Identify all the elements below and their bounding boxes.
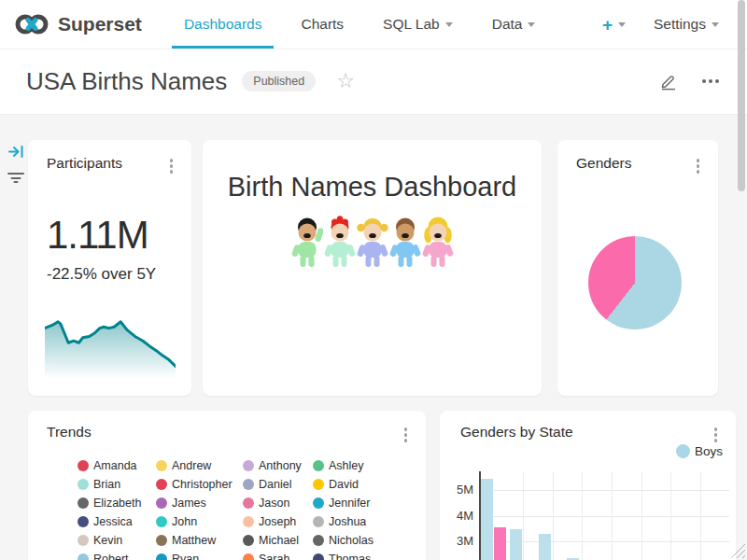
legend-label: Matthew bbox=[172, 534, 216, 547]
kid-figure bbox=[291, 216, 323, 269]
legend-swatch bbox=[78, 553, 89, 560]
page-title: USA Births Names bbox=[26, 67, 227, 96]
plus-icon: + bbox=[602, 16, 613, 34]
legend-item[interactable]: Nicholas bbox=[313, 534, 416, 546]
legend-swatch bbox=[313, 535, 324, 546]
legend-label: Andrew bbox=[172, 459, 211, 472]
chart-card-participants: Participants 1.11M -22.5% over 5Y bbox=[28, 140, 191, 396]
caret-down-icon bbox=[618, 22, 626, 27]
superset-logo-icon[interactable] bbox=[13, 11, 50, 37]
legend-swatch bbox=[78, 460, 89, 471]
legend-label: Thomas bbox=[329, 553, 371, 560]
legend-item[interactable]: Jennifer bbox=[313, 497, 416, 509]
legend-item[interactable]: Jessica bbox=[78, 515, 156, 527]
legend-item[interactable]: John bbox=[156, 515, 243, 527]
kid-figure bbox=[324, 216, 356, 269]
favorite-star-icon[interactable]: ☆ bbox=[336, 71, 355, 91]
legend-swatch bbox=[156, 497, 167, 509]
brand-name[interactable]: Superset bbox=[58, 13, 142, 35]
dashboard-grid: Participants 1.11M -22.5% over 5Y Birth … bbox=[0, 114, 747, 560]
markdown-heading: Birth Names Dashboard bbox=[203, 140, 542, 203]
nav-tab-dashboards[interactable]: Dashboards bbox=[164, 0, 282, 49]
card-menu-icon[interactable] bbox=[693, 155, 704, 177]
legend-item[interactable]: Thomas bbox=[313, 553, 416, 560]
caret-down-icon bbox=[528, 22, 535, 27]
legend-item[interactable]: Ryan bbox=[156, 553, 243, 560]
bar[interactable] bbox=[481, 479, 493, 560]
legend-label: Jessica bbox=[93, 515, 133, 528]
filter-list-icon[interactable] bbox=[7, 170, 24, 189]
legend-swatch bbox=[313, 516, 324, 527]
legend-label: Joseph bbox=[259, 515, 296, 528]
scrollbar-thumb[interactable] bbox=[738, 0, 745, 191]
chart-title: Participants bbox=[47, 155, 122, 172]
legend-item[interactable]: Brian bbox=[78, 478, 156, 490]
legend-item[interactable]: David bbox=[313, 478, 416, 490]
kid-figure bbox=[389, 216, 421, 269]
settings-menu[interactable]: Settings bbox=[654, 16, 719, 33]
legend-label: Ashley bbox=[329, 459, 364, 472]
legend-label: Sarah bbox=[259, 553, 289, 560]
legend-swatch bbox=[156, 553, 167, 560]
nav-menu-data-label: Data bbox=[492, 16, 523, 33]
nav-menu-data[interactable]: Data bbox=[472, 0, 556, 49]
legend-item[interactable]: Andrew bbox=[156, 459, 243, 471]
card-menu-icon[interactable] bbox=[401, 424, 412, 446]
bar[interactable] bbox=[510, 529, 522, 560]
more-actions-icon[interactable] bbox=[698, 76, 723, 87]
chart-title: Genders bbox=[576, 155, 631, 172]
header-actions bbox=[659, 72, 723, 91]
chart-card-trends: Trends AmandaAndrewAnthonyAshleyBrianChr… bbox=[28, 411, 426, 560]
legend-item[interactable]: Robert bbox=[78, 553, 156, 560]
legend-item[interactable]: Ashley bbox=[313, 459, 416, 471]
genders-pie-chart[interactable] bbox=[588, 236, 682, 329]
legend-item[interactable]: Elizabeth bbox=[78, 497, 156, 509]
legend-label: Joshua bbox=[329, 515, 366, 528]
kid-figure bbox=[422, 216, 454, 269]
legend-item[interactable]: Christopher bbox=[156, 478, 243, 490]
legend-item[interactable]: Jason bbox=[243, 497, 313, 509]
trends-legend: AmandaAndrewAnthonyAshleyBrianChristophe… bbox=[78, 459, 416, 560]
legend-item[interactable]: Anthony bbox=[243, 459, 313, 471]
bar[interactable] bbox=[494, 527, 506, 560]
legend-swatch bbox=[313, 497, 324, 509]
legend-label: David bbox=[329, 478, 359, 491]
edit-dashboard-icon[interactable] bbox=[659, 72, 678, 91]
expand-filter-bar-icon[interactable] bbox=[8, 144, 24, 163]
legend-item[interactable]: Michael bbox=[243, 534, 313, 546]
legend-item[interactable]: Joseph bbox=[243, 515, 313, 527]
kids-illustration bbox=[203, 216, 542, 269]
y-axis-line bbox=[479, 471, 481, 560]
legend-swatch bbox=[243, 516, 254, 527]
legend-item-boys[interactable]: Boys bbox=[676, 444, 723, 458]
legend-item[interactable]: Sarah bbox=[243, 553, 313, 560]
superset-app: Superset Dashboards Charts SQL Lab Data … bbox=[0, 0, 747, 560]
legend-swatch bbox=[78, 479, 89, 490]
legend-item[interactable]: Matthew bbox=[156, 534, 243, 546]
legend-swatch bbox=[243, 497, 254, 509]
nav-menu-sql-lab[interactable]: SQL Lab bbox=[363, 0, 472, 49]
nav-tab-dashboards-label: Dashboards bbox=[184, 16, 262, 33]
published-badge[interactable]: Published bbox=[242, 71, 316, 91]
legend-item[interactable]: James bbox=[156, 497, 243, 509]
legend-swatch bbox=[78, 535, 89, 546]
legend-swatch bbox=[156, 516, 167, 527]
participants-sparkline[interactable] bbox=[45, 315, 176, 379]
bar[interactable] bbox=[539, 534, 551, 560]
legend-item[interactable]: Daniel bbox=[243, 478, 313, 490]
card-menu-icon[interactable] bbox=[166, 155, 177, 177]
card-menu-icon[interactable] bbox=[711, 424, 722, 446]
legend-swatch bbox=[313, 460, 324, 471]
legend-label: Jason bbox=[259, 497, 289, 510]
legend-item[interactable]: Kevin bbox=[78, 534, 156, 546]
legend-swatch bbox=[78, 516, 89, 527]
new-item-button[interactable]: + bbox=[602, 16, 626, 34]
nav-tab-charts[interactable]: Charts bbox=[281, 0, 363, 49]
navbar-right: + Settings bbox=[602, 16, 719, 34]
legend-label: Elizabeth bbox=[93, 497, 141, 510]
legend-item[interactable]: Joshua bbox=[313, 515, 416, 527]
legend-label: John bbox=[172, 515, 197, 528]
kid-figure bbox=[357, 216, 388, 269]
legend-item[interactable]: Amanda bbox=[78, 459, 156, 471]
legend-swatch bbox=[676, 444, 690, 458]
